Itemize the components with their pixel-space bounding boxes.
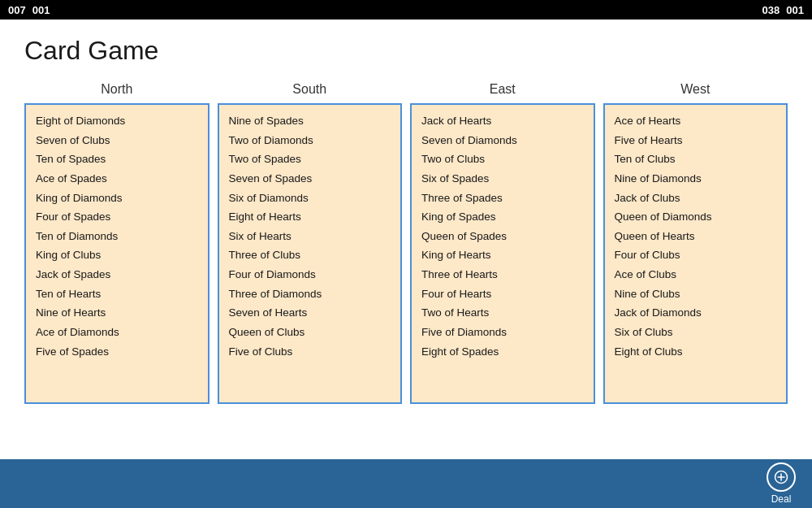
list-item: Three of Hearts <box>421 265 584 284</box>
list-item: Seven of Hearts <box>229 303 391 323</box>
hand-cards-north: Eight of DiamondsSeven of ClubsTen of Sp… <box>24 103 209 404</box>
list-item: Seven of Spades <box>229 169 391 189</box>
list-item: Nine of Hearts <box>36 303 198 323</box>
main-content: Card Game NorthEight of DiamondsSeven of… <box>0 20 812 459</box>
list-item: Ace of Diamonds <box>36 323 198 342</box>
list-item: Eight of Spades <box>421 342 584 362</box>
list-item: Two of Diamonds <box>229 131 391 150</box>
list-item: Ten of Spades <box>36 150 198 169</box>
list-item: Two of Clubs <box>421 150 584 169</box>
top-bar-right: 038 001 <box>762 4 804 16</box>
list-item: Seven of Clubs <box>36 131 198 150</box>
list-item: King of Hearts <box>421 245 584 265</box>
list-item: Four of Clubs <box>615 245 777 265</box>
list-item: Five of Clubs <box>229 342 391 362</box>
top-bar-left-val1: 007 <box>8 4 26 16</box>
list-item: King of Diamonds <box>36 189 198 208</box>
list-item: Nine of Diamonds <box>615 169 777 189</box>
hand-label-north: North <box>101 82 132 97</box>
hand-label-east: East <box>490 82 516 97</box>
list-item: Six of Spades <box>421 169 584 189</box>
list-item: King of Spades <box>421 207 584 227</box>
list-item: Eight of Diamonds <box>36 111 198 131</box>
list-item: Ace of Clubs <box>615 265 777 284</box>
hand-cards-south: Nine of SpadesTwo of DiamondsTwo of Spad… <box>218 103 403 404</box>
list-item: Jack of Diamonds <box>615 303 777 323</box>
list-item: Six of Hearts <box>229 227 391 246</box>
top-bar: 007 001 038 001 <box>0 0 812 20</box>
list-item: Ten of Hearts <box>36 284 198 304</box>
list-item: Queen of Spades <box>421 227 584 246</box>
list-item: Seven of Diamonds <box>421 131 584 150</box>
deal-button[interactable]: Deal <box>767 462 796 505</box>
list-item: King of Clubs <box>36 245 198 265</box>
list-item: Jack of Spades <box>36 265 198 284</box>
top-bar-right-val2: 001 <box>786 4 804 16</box>
list-item: Jack of Hearts <box>421 111 584 131</box>
deal-button-circle <box>767 462 796 492</box>
list-item: Eight of Hearts <box>229 207 391 227</box>
list-item: Jack of Clubs <box>615 189 777 208</box>
list-item: Five of Diamonds <box>421 323 584 342</box>
list-item: Ace of Hearts <box>615 111 777 131</box>
list-item: Four of Diamonds <box>229 265 391 284</box>
list-item: Queen of Diamonds <box>615 207 777 227</box>
hand-cards-west: Ace of HeartsFive of HeartsTen of ClubsN… <box>603 103 788 404</box>
list-item: Ten of Clubs <box>615 150 777 169</box>
list-item: Queen of Hearts <box>615 227 777 246</box>
hand-label-south: South <box>292 82 326 97</box>
list-item: Three of Diamonds <box>229 284 391 304</box>
deal-icon <box>774 470 788 484</box>
top-bar-left: 007 001 <box>8 4 50 16</box>
page-title: Card Game <box>24 36 788 66</box>
list-item: Five of Hearts <box>615 131 777 150</box>
list-item: Six of Clubs <box>615 323 777 342</box>
bottom-bar: Deal <box>0 459 812 508</box>
hands-area: NorthEight of DiamondsSeven of ClubsTen … <box>24 82 788 459</box>
list-item: Three of Clubs <box>229 245 391 265</box>
hand-column-north: NorthEight of DiamondsSeven of ClubsTen … <box>24 82 209 459</box>
list-item: Ace of Spades <box>36 169 198 189</box>
top-bar-right-val1: 038 <box>762 4 780 16</box>
list-item: Four of Spades <box>36 207 198 227</box>
list-item: Six of Diamonds <box>229 189 391 208</box>
hand-column-south: SouthNine of SpadesTwo of DiamondsTwo of… <box>218 82 403 459</box>
list-item: Eight of Clubs <box>615 342 777 362</box>
list-item: Three of Spades <box>421 189 584 208</box>
list-item: Four of Hearts <box>421 284 584 304</box>
top-bar-left-val2: 001 <box>32 4 50 16</box>
list-item: Nine of Spades <box>229 111 391 131</box>
list-item: Nine of Clubs <box>615 284 777 304</box>
list-item: Five of Spades <box>36 342 198 362</box>
list-item: Two of Spades <box>229 150 391 169</box>
list-item: Two of Hearts <box>421 303 584 323</box>
list-item: Ten of Diamonds <box>36 227 198 246</box>
hand-label-west: West <box>680 82 710 97</box>
hand-column-east: EastJack of HeartsSeven of DiamondsTwo o… <box>410 82 595 459</box>
list-item: Queen of Clubs <box>229 323 391 342</box>
deal-label: Deal <box>771 493 792 505</box>
hand-cards-east: Jack of HeartsSeven of DiamondsTwo of Cl… <box>410 103 595 404</box>
hand-column-west: WestAce of HeartsFive of HeartsTen of Cl… <box>603 82 788 459</box>
